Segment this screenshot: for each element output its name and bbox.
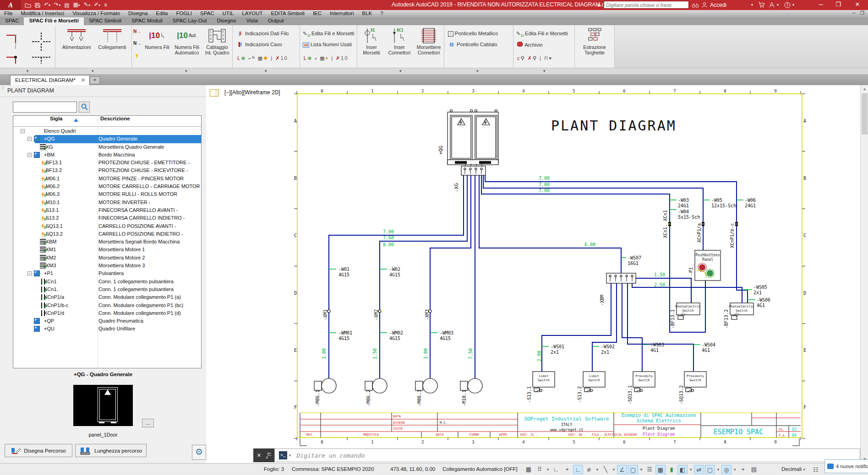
status-toggle-icon[interactable]: ⠿ (535, 465, 545, 474)
status-toggle-icon[interactable]: ▾ (732, 465, 737, 474)
ribbon-tab-spac-fili-e-morsetti[interactable]: SPAC Fili e Morsetti (24, 17, 83, 25)
minimize-button[interactable]: ─ (813, 0, 828, 10)
expand-toggle[interactable]: − (27, 153, 32, 157)
status-toggle-icon[interactable]: ∟ (573, 465, 583, 474)
palette-search-input[interactable] (13, 102, 77, 113)
menu-edita-simboli[interactable]: EDITA Simboli (267, 10, 309, 17)
indicazioni-cavo-button[interactable]: ⫼I Indicazioni Cavo (236, 42, 282, 48)
help-caret-icon[interactable]: ▾ (792, 0, 794, 10)
menu-modifica-inserisci[interactable]: Modifica / Inserisci (17, 10, 69, 17)
notification-popup[interactable]: 4 nuove notifiche (824, 459, 868, 473)
edita-fili-morsetti-button[interactable]: ✎10 Edita Fili e Morsetti (516, 31, 568, 37)
help-icon[interactable]: ? (784, 0, 791, 10)
table-row[interactable]: XCnP1/aConn. Modulare collegamento P1 (a… (13, 293, 201, 301)
menu-edita[interactable]: Edita (152, 10, 172, 17)
autocad-app-button[interactable]: A (0, 0, 21, 10)
layout-icon[interactable]: ▦▾ (71, 0, 82, 11)
status-toggle-icon[interactable]: + (738, 465, 748, 474)
numera-n-red-icon[interactable]: N→ (133, 29, 141, 34)
a360-caret-icon[interactable]: ▾ (777, 0, 779, 10)
status-toggle-icon[interactable]: ∠ (617, 465, 627, 474)
tools-wrench-icon[interactable] (265, 453, 271, 459)
numera-fili-button[interactable]: |10 Numera Fili (143, 27, 171, 50)
component-box[interactable] (365, 381, 372, 390)
component-box[interactable] (415, 381, 423, 390)
status-toggle-icon[interactable]: ▦ (524, 465, 534, 474)
layout-sheet-icon[interactable] (210, 89, 219, 97)
customization-gear-button[interactable]: ⚙ (192, 445, 206, 460)
qat-customize-icon[interactable]: ≡ (102, 0, 109, 10)
morsettiere-button[interactable]: Morsettiere Connettori (414, 27, 443, 55)
component-box[interactable] (314, 381, 322, 390)
menu--[interactable]: ? (376, 10, 387, 17)
table-row[interactable]: XCn1.Conn. 1 collegamento pulsantiera (13, 286, 201, 293)
status-toggle-icon[interactable]: ▮ (666, 465, 677, 474)
menu-interruttori[interactable]: Interruttori (326, 10, 358, 17)
wire[interactable] (430, 175, 471, 378)
command-line[interactable]: >_ ▾ Digitare un comando (274, 448, 860, 462)
inser-connettori-button[interactable]: XC1 Inser Connettori (386, 27, 413, 55)
table-row[interactable]: -BF13.2PROTEZIONI CHIUSE - RICEVITORE - (13, 167, 201, 174)
panel-preview-thumbnail[interactable] (73, 385, 133, 426)
menu-fogli[interactable]: FOGLI (172, 10, 197, 17)
status-toggle-icon[interactable]: ▢ (628, 465, 638, 474)
expand-toggle[interactable]: − (27, 137, 32, 141)
expand-toggle[interactable]: − (21, 129, 25, 133)
collegamento-toggle[interactable]: Collegamento Automatico [OFF] (442, 466, 518, 472)
menu-disegna[interactable]: Disegna (124, 10, 152, 17)
table-row[interactable]: -SQ13.1CARRELLO POSIZIONE AVANTI - (13, 222, 201, 230)
table-row[interactable]: −+BMBordo Macchina (13, 151, 201, 159)
binoculars-icon[interactable] (692, 0, 699, 10)
table-row[interactable]: -XGMorsettiera Quadro Generale (13, 143, 201, 151)
status-toggle-icon[interactable]: ╲ (601, 465, 611, 474)
tab-close-icon[interactable]: ✕ (81, 77, 86, 83)
status-toggle-icon[interactable]: ◎ (721, 465, 732, 474)
palette-search-button[interactable] (79, 102, 90, 113)
wire-mini-tools[interactable]: L⊕ ⌐ᴺ ▦✱ | ✗10 (237, 55, 288, 61)
table-header[interactable]: Sigla Descrizione (13, 116, 201, 127)
table-row[interactable]: -M06.3MOTORE RULLI - ROLLS MOTOR (13, 190, 201, 198)
wire[interactable] (479, 175, 621, 273)
wire[interactable] (632, 283, 742, 303)
marker-icon[interactable]: ✐▾ (92, 0, 102, 11)
menu-layout[interactable]: LAYOUT (238, 10, 267, 17)
status-toggle-icon[interactable]: ⌀ (584, 465, 594, 474)
open-icon[interactable] (23, 3, 33, 8)
menu-blk[interactable]: BLK (358, 10, 376, 17)
table-row[interactable]: +QUQuadro Unifilare (13, 325, 201, 333)
commessa-indicator[interactable]: Commessa: SPAC ESEMPIO 2020 (292, 466, 374, 472)
signin-caret-icon[interactable]: ▾ (751, 0, 753, 10)
inser-morsetti-button[interactable]: X1 Inser Morsetti (358, 27, 385, 55)
ponticello-cablato-button[interactable]: ⊟ Ponticello Cablato (448, 42, 497, 48)
archivio-button[interactable]: Archivio (516, 42, 543, 48)
palette-grip[interactable]: ⁞⁞ (2, 87, 4, 90)
status-toggle-icon[interactable]: ▾ (639, 465, 644, 474)
ribbon-tab-spac-lay-out[interactable]: SPAC Lay-Out (168, 17, 212, 25)
table-row[interactable]: -BF13.1PROTEZIONI CHIUSE - EMETTITORE - (13, 159, 201, 167)
sheet-indicator[interactable]: Foglio: 3 (264, 466, 284, 472)
estrazione-targhette-button[interactable]: Estrazione Targhette (579, 27, 610, 55)
menu-iec[interactable]: IEC (309, 10, 326, 17)
status-toggle-icon[interactable]: ▾ (611, 465, 616, 474)
browse-panel-button[interactable]: ... (142, 419, 154, 427)
menu-visualizza-formato[interactable]: Visualizza / Formato (68, 10, 124, 17)
table-row[interactable]: +QPQuadro Pneumatica (13, 317, 201, 325)
ribbon-tab-output[interactable]: Output (263, 17, 289, 25)
command-mini-toolbar[interactable]: ✕ (253, 448, 274, 462)
status-toggle-icon[interactable]: ◧ (677, 465, 688, 474)
status-toggle-icon[interactable]: + (562, 465, 572, 474)
ribbon-tab-spac-simboli[interactable]: SPAC Simboli (84, 17, 126, 25)
table-row[interactable]: XCnP1/dConn. Modulare collegamento P1 (d… (13, 309, 201, 317)
numera-fili-automatico-button[interactable]: |10Aut. Numera Fili Automatico (172, 27, 202, 55)
redo-icon[interactable]: ↷▾ (52, 0, 62, 11)
status-toggle-icon[interactable]: ▤ (749, 465, 759, 474)
menu-util[interactable]: UTIL (218, 10, 238, 17)
ribbon-collapse-strip[interactable]: ▾▾▾▾▾▾▾ (0, 68, 868, 74)
table-row[interactable]: −Elenco Quadri (13, 127, 201, 135)
ribbon-tab-spac[interactable]: SPAC (0, 17, 24, 25)
status-toggle-icon[interactable]: ▩ (655, 465, 666, 474)
table-row[interactable]: -XM1Morsettiera Motore 1 (13, 246, 201, 254)
ribbon-tab-spac-moduli[interactable]: SPAC Moduli (126, 17, 168, 25)
restore-button[interactable]: ❐ (831, 0, 846, 10)
store-cart-icon[interactable] (758, 0, 765, 10)
